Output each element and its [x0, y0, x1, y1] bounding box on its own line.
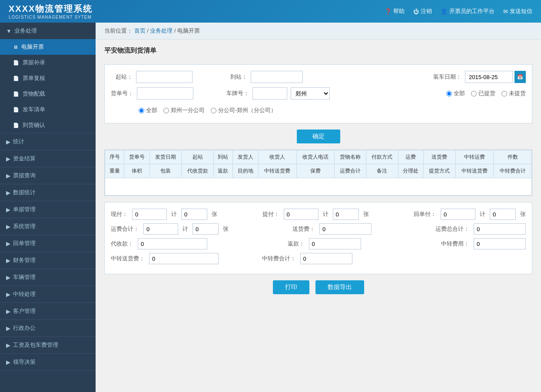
table-row-empty — [105, 178, 532, 196]
sidebar-group-title-salary[interactable]: ▶ 工资及包车费管理 — [0, 337, 96, 353]
sidebar-group-title-finance-mgmt[interactable]: ▶ 财务管理 — [0, 252, 96, 269]
breadcrumb-prefix: 当前位置： — [104, 27, 133, 34]
action-row: 打印 数据导出 — [104, 280, 532, 294]
arrow-right-icon10: ▶ — [6, 291, 10, 298]
origin-input[interactable] — [136, 71, 193, 83]
confirm-button[interactable]: 确定 — [297, 130, 340, 143]
arrow-right-icon4: ▶ — [6, 189, 10, 196]
yunfei-input[interactable] — [143, 223, 178, 235]
tifu-count-label: 计 — [323, 210, 329, 218]
breadcrumb-home[interactable]: 首页 — [134, 27, 146, 34]
help-icon: ❓ — [385, 8, 392, 15]
sidebar-item-departure-list[interactable]: 📄 发车清单 — [0, 102, 96, 117]
arrow-right-icon13: ▶ — [6, 342, 10, 349]
yunfei-total-input[interactable] — [474, 223, 526, 235]
songhuo-label: 送货费： — [292, 225, 315, 233]
table-header-row-2: 重量 体积 包装 代收货款 返款 目的地 中转送货费 保费 运费合计 备注 分理… — [105, 164, 532, 178]
sidebar-group-title-vehicle-mgmt[interactable]: ▶ 车辆管理 — [0, 269, 96, 286]
zhongzhuanfei-input[interactable] — [474, 238, 526, 249]
sidebar-group-title-ticket-query[interactable]: ▶ 票据查询 — [0, 167, 96, 184]
songhuo-input[interactable] — [319, 223, 372, 235]
huidan-input[interactable] — [441, 209, 475, 220]
yunfei-label: 运费合计： — [111, 225, 139, 233]
sidebar-group-title-data-stats[interactable]: ▶ 数据统计 — [0, 184, 96, 201]
xianjin-count-input[interactable] — [181, 209, 207, 220]
zhongzhuan-total-input[interactable] — [300, 253, 352, 264]
sidebar-group-customer: ▶ 客户管理 — [0, 303, 96, 320]
sidebar-group-title-order-mgmt[interactable]: ▶ 单据管理 — [0, 201, 96, 218]
branch-sub-zhengzhou-label[interactable]: 分公司-郑州（分公司） — [211, 106, 276, 114]
confirm-row: 确定 — [104, 130, 532, 143]
waybill-label: 货单号： — [111, 90, 133, 97]
arrow-right-icon2: ▶ — [6, 156, 10, 162]
workspace-link[interactable]: 👤 开票员的工作平台 — [441, 7, 495, 15]
sidebar-group-title-statistics[interactable]: ▶ 统计 — [0, 133, 96, 150]
arrow-right-icon7: ▶ — [6, 240, 10, 247]
print-button[interactable]: 打印 — [273, 280, 309, 294]
sidebar-group-title-leader[interactable]: ▶ 领导决策 — [0, 354, 96, 370]
radio-all[interactable] — [446, 91, 452, 96]
list-icon: 📄 — [13, 107, 19, 113]
sidebar-item-electronic-ticket[interactable]: 🖥 电脑开票 — [0, 39, 96, 55]
radio-not-delivered[interactable] — [501, 91, 507, 96]
th-transfer-delivery2: 中转送货费 — [455, 164, 494, 178]
arrow-right-icon14: ▶ — [6, 359, 10, 365]
th-transfer-delivery: 中转送货费 — [258, 164, 296, 178]
load-date-input[interactable] — [465, 71, 513, 83]
branch-zhengzhou1-radio[interactable] — [163, 108, 169, 113]
summary-row-3: 代收款： 返款： 中转费用： — [111, 238, 526, 249]
content-area: 平安物流到货清单 起站： 到站： 装车日期： 📅 — [96, 40, 541, 301]
huidan-label: 回单付： — [414, 210, 436, 218]
branch-zhengzhou1-label[interactable]: 郑州一分公司 — [163, 106, 205, 114]
arrow-right-icon8: ▶ — [6, 257, 10, 264]
sidebar-group-title-return-mgmt[interactable]: ▶ 回单管理 — [0, 235, 96, 252]
sidebar-item-ticket-supplement[interactable]: 📄 票据补录 — [0, 55, 96, 70]
zhongzhuan-songhuo-input[interactable] — [149, 253, 219, 264]
summary-row-1: 现付： 计 张 提付： 计 张 回单付： 计 张 — [111, 209, 526, 220]
radio-delivered[interactable] — [471, 91, 477, 96]
radio-all-label[interactable]: 全部 — [446, 90, 465, 97]
sidebar-group-title-business[interactable]: ▼ 业务处理 — [0, 23, 96, 39]
branch-all-radio[interactable] — [139, 108, 144, 113]
sidebar-group-title-fund[interactable]: ▶ 资金结算 — [0, 150, 96, 167]
search-form-panel: 起站： 到站： 装车日期： 📅 货单号： — [104, 64, 532, 123]
destination-input[interactable] — [251, 71, 303, 83]
sidebar-group-title-customer[interactable]: ▶ 客户管理 — [0, 303, 96, 319]
sidebar-group-title-admin[interactable]: ▶ 行政办公 — [0, 320, 96, 336]
yunfei-count-input[interactable] — [193, 223, 219, 235]
city-select[interactable]: 郑州 — [291, 87, 330, 100]
huidan-count-input[interactable] — [490, 209, 516, 220]
xianjin-input[interactable] — [132, 209, 167, 220]
sidebar-group-title-transfer[interactable]: ▶ 中转处理 — [0, 286, 96, 302]
sidebar-group-finance-mgmt: ▶ 财务管理 — [0, 252, 96, 269]
waybill-input[interactable] — [137, 87, 193, 100]
arrow-down-icon: ▼ — [6, 28, 12, 34]
th-pieces: 件数 — [494, 150, 532, 164]
huidan-unit: 张 — [520, 210, 526, 218]
calendar-icon[interactable]: 📅 — [514, 71, 526, 83]
sidebar-group-title-system-mgmt[interactable]: ▶ 系统管理 — [0, 218, 96, 235]
export-button[interactable]: 数据导出 — [315, 280, 364, 294]
sidebar-group-fund: ▶ 资金结算 — [0, 150, 96, 167]
branch-sub-zhengzhou-radio[interactable] — [211, 108, 216, 113]
logout-link[interactable]: ⏻ 注销 — [413, 7, 432, 15]
sidebar-item-arrival-confirm[interactable]: 📄 到货确认 — [0, 117, 96, 133]
sms-link[interactable]: ✉ 发送短信 — [503, 7, 532, 15]
tifu-count-input[interactable] — [333, 209, 359, 220]
breadcrumb-business[interactable]: 业务处理 — [150, 27, 173, 34]
message-icon: ✉ — [503, 8, 508, 15]
radio-not-delivered-label[interactable]: 未提货 — [501, 90, 526, 97]
help-link[interactable]: ❓ 帮助 — [385, 7, 405, 15]
radio-delivered-label[interactable]: 已提货 — [471, 90, 495, 97]
th-ship-date: 发货日期 — [150, 150, 182, 164]
daishould-input[interactable] — [138, 238, 207, 249]
sidebar-item-cargo-allocation[interactable]: 📄 货物配载 — [0, 86, 96, 102]
file-icon: 🖥 — [13, 44, 18, 50]
tifu-input[interactable] — [284, 209, 319, 220]
arrow-right-icon12: ▶ — [6, 325, 10, 332]
fankhuan-input[interactable] — [309, 238, 361, 249]
vehicle-input[interactable] — [252, 87, 287, 100]
branch-all-label[interactable]: 全部 — [139, 106, 157, 114]
summary-row-4: 中转送货费： 中转费合计： — [111, 253, 526, 264]
sidebar-item-ticket-review[interactable]: 📄 票单复核 — [0, 70, 96, 86]
